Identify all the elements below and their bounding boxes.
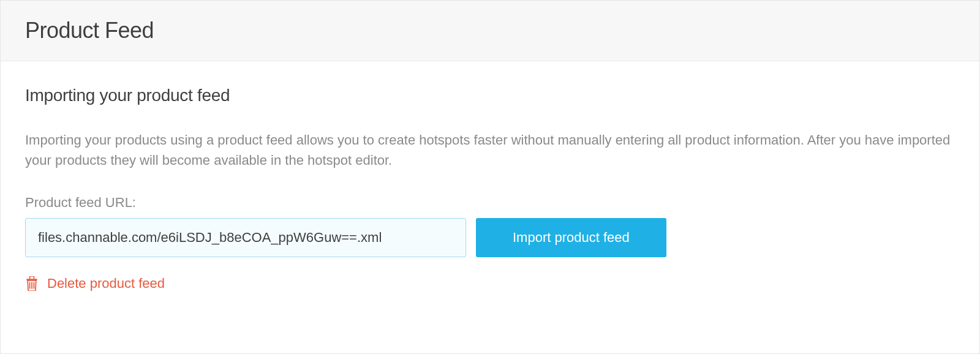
panel-content: Importing your product feed Importing yo… — [1, 61, 979, 316]
delete-button-label: Delete product feed — [47, 276, 165, 292]
page-title: Product Feed — [25, 18, 955, 43]
delete-product-feed-button[interactable]: Delete product feed — [25, 276, 955, 292]
url-field-label: Product feed URL: — [25, 195, 955, 211]
import-product-feed-button[interactable]: Import product feed — [476, 218, 666, 257]
product-feed-panel: Product Feed Importing your product feed… — [0, 0, 980, 354]
section-description: Importing your products using a product … — [25, 130, 955, 170]
product-feed-url-input[interactable] — [25, 218, 466, 257]
input-row: Import product feed — [25, 218, 955, 257]
section-subtitle: Importing your product feed — [25, 86, 955, 105]
trash-icon — [25, 276, 39, 291]
panel-header: Product Feed — [1, 1, 979, 61]
